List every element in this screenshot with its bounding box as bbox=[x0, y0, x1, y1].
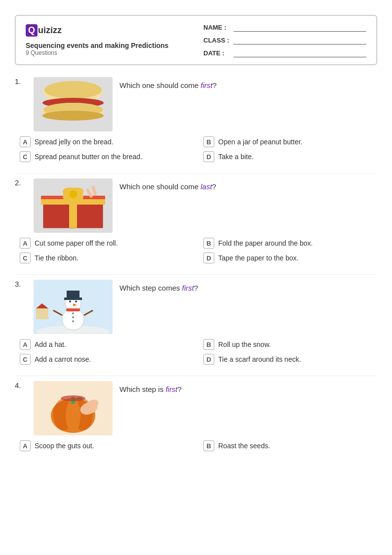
option-1d-letter: D bbox=[203, 151, 214, 162]
question-2-image bbox=[34, 178, 113, 233]
option-2b-text: Fold the paper around the box. bbox=[218, 239, 313, 247]
option-2a-text: Cut some paper off the roll. bbox=[35, 239, 118, 247]
header-left: Q uizizz Sequencing events and making Pr… bbox=[26, 23, 189, 57]
svg-rect-20 bbox=[67, 291, 79, 299]
option-1d-text: Take a bite. bbox=[218, 153, 254, 161]
question-2-options: A Cut some paper off the roll. B Fold th… bbox=[20, 238, 377, 263]
date-field-row: DATE : bbox=[203, 48, 366, 57]
svg-rect-15 bbox=[92, 186, 97, 196]
svg-point-1 bbox=[44, 81, 102, 99]
question-1-emphasis: first bbox=[200, 81, 212, 89]
svg-point-27 bbox=[72, 316, 74, 318]
svg-point-5 bbox=[42, 111, 104, 121]
question-4-num: 4. bbox=[15, 381, 27, 389]
option-3c-text: Add a carrot nose. bbox=[35, 355, 91, 363]
question-2-header: 2. bbox=[15, 178, 377, 233]
option-4b-letter: B bbox=[203, 440, 214, 451]
gift-svg bbox=[34, 178, 113, 233]
question-1-text: Which one should come first? bbox=[119, 77, 217, 89]
option-4a: A Scoop the guts out. bbox=[20, 440, 194, 451]
divider-3 bbox=[15, 376, 377, 376]
quiz-title: Sequencing events and making Predictions bbox=[26, 42, 189, 49]
option-3a-letter: A bbox=[20, 339, 31, 350]
logo-text: uizizz bbox=[38, 25, 62, 36]
option-2c-text: Tie the ribbon. bbox=[35, 254, 78, 262]
option-3d: D Tie a scarf around its neck. bbox=[203, 354, 377, 365]
date-label: DATE : bbox=[203, 49, 231, 57]
name-label: NAME : bbox=[203, 24, 231, 31]
question-3: 3. bbox=[15, 280, 377, 365]
svg-point-13 bbox=[69, 190, 77, 198]
question-1-header: 1. Which one should come first? bbox=[15, 77, 377, 131]
option-3c-letter: C bbox=[20, 354, 31, 365]
name-line bbox=[234, 23, 366, 32]
option-4a-letter: A bbox=[20, 440, 31, 451]
question-1-image bbox=[34, 77, 113, 131]
name-field-row: NAME : bbox=[203, 23, 366, 32]
option-3d-letter: D bbox=[203, 354, 214, 365]
option-1d: D Take a bite. bbox=[203, 151, 377, 162]
question-1: 1. Which one should come first? bbox=[15, 77, 377, 162]
option-2a: A Cut some paper off the roll. bbox=[20, 238, 194, 249]
svg-rect-21 bbox=[64, 298, 82, 300]
option-3a-text: Add a hat. bbox=[35, 341, 66, 348]
page: Q uizizz Sequencing events and making Pr… bbox=[0, 0, 392, 477]
question-4-emphasis: first bbox=[165, 385, 177, 393]
option-2b: B Fold the paper around the box. bbox=[203, 238, 377, 249]
question-1-num: 1. bbox=[15, 77, 27, 85]
date-line bbox=[234, 48, 366, 57]
question-4-image bbox=[34, 381, 113, 435]
option-4b-text: Roast the seeds. bbox=[218, 442, 270, 450]
question-3-header: 3. bbox=[15, 280, 377, 334]
option-2c: C Tie the ribbon. bbox=[20, 253, 194, 263]
svg-point-28 bbox=[72, 320, 74, 322]
svg-point-39 bbox=[61, 395, 85, 401]
option-3b: B Roll up the snow. bbox=[203, 339, 377, 350]
question-2-num: 2. bbox=[15, 178, 27, 187]
question-2-emphasis: last bbox=[200, 182, 212, 191]
quiz-subtitle: 9 Questions bbox=[26, 49, 189, 56]
divider-1 bbox=[15, 173, 377, 173]
option-3c: C Add a carrot nose. bbox=[20, 354, 194, 365]
option-1b: B Open a jar of peanut butter. bbox=[203, 136, 377, 147]
pumpkin-svg bbox=[34, 381, 113, 435]
logo: Q uizizz bbox=[26, 24, 189, 37]
svg-point-23 bbox=[75, 300, 77, 302]
option-4b: B Roast the seeds. bbox=[203, 440, 377, 451]
question-2: 2. bbox=[15, 178, 377, 263]
class-label: CLASS : bbox=[203, 37, 231, 44]
class-line bbox=[234, 36, 366, 44]
svg-point-18 bbox=[62, 308, 84, 330]
option-1a-text: Spread jelly on the bread. bbox=[35, 138, 114, 146]
option-2a-letter: A bbox=[20, 238, 31, 249]
logo-q: Q bbox=[26, 24, 38, 37]
svg-rect-31 bbox=[36, 308, 48, 319]
question-1-options: A Spread jelly on the bread. B Open a ja… bbox=[20, 136, 377, 162]
svg-point-26 bbox=[72, 312, 74, 314]
svg-rect-25 bbox=[66, 308, 80, 311]
sandwich-svg bbox=[34, 77, 113, 131]
svg-point-37 bbox=[66, 399, 80, 432]
option-1b-text: Open a jar of peanut butter. bbox=[218, 138, 302, 146]
question-3-num: 3. bbox=[15, 280, 27, 288]
question-4-header: 4. bbox=[15, 381, 377, 435]
option-1c-letter: C bbox=[20, 151, 31, 162]
option-2d-letter: D bbox=[203, 253, 214, 263]
option-1b-letter: B bbox=[203, 136, 214, 147]
option-1a-letter: A bbox=[20, 136, 31, 147]
question-2-text: Which one should come last? bbox=[119, 178, 216, 191]
option-4a-text: Scoop the guts out. bbox=[35, 442, 94, 450]
snowman-svg bbox=[34, 280, 113, 334]
svg-point-22 bbox=[69, 300, 71, 302]
option-2c-letter: C bbox=[20, 253, 31, 263]
option-1c-text: Spread peanut butter on the bread. bbox=[35, 153, 142, 161]
question-3-text: Which step comes first? bbox=[119, 280, 198, 292]
divider-2 bbox=[15, 274, 377, 275]
option-3a: A Add a hat. bbox=[20, 339, 194, 350]
class-field-row: CLASS : bbox=[203, 36, 366, 44]
question-4: 4. bbox=[15, 381, 377, 451]
question-3-options: A Add a hat. B Roll up the snow. C Add a… bbox=[20, 339, 377, 365]
option-3b-letter: B bbox=[203, 339, 214, 350]
question-3-emphasis: first bbox=[182, 284, 194, 292]
option-2d-text: Tape the paper to the box. bbox=[218, 254, 299, 262]
